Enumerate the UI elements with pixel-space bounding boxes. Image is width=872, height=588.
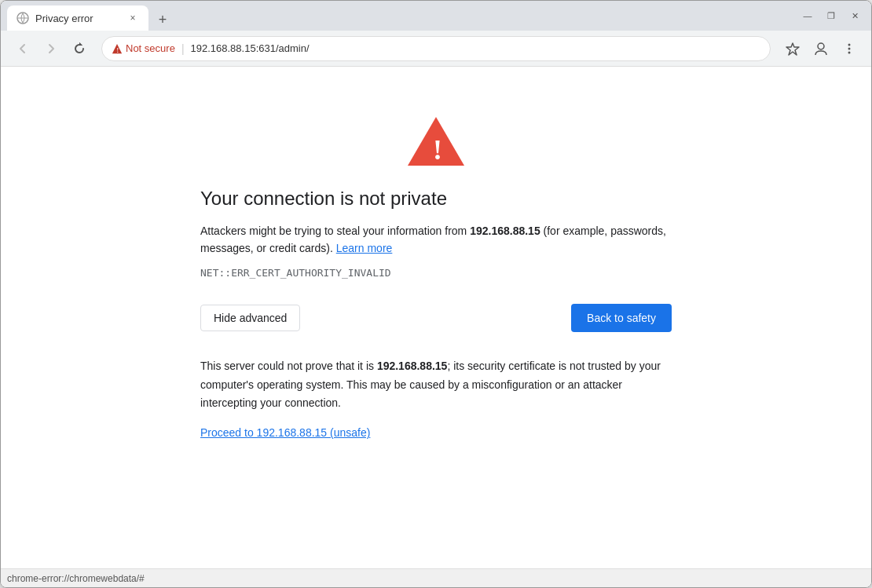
warning-icon-area: ! [200, 114, 672, 169]
forward-button[interactable] [38, 36, 64, 61]
svg-marker-1 [79, 42, 82, 46]
address-bar[interactable]: ! Not secure | 192.168.88.15:631/admin/ [101, 36, 771, 61]
svg-point-7 [848, 47, 851, 49]
error-code: NET::ERR_CERT_AUTHORITY_INVALID [200, 267, 672, 279]
advanced-description: This server could not prove that it is 1… [200, 357, 672, 413]
warning-triangle-svg: ! [405, 114, 467, 169]
svg-marker-4 [786, 43, 799, 55]
learn-more-link[interactable]: Learn more [336, 242, 393, 254]
minimize-button[interactable]: — [797, 5, 818, 26]
tab-title: Privacy error [35, 13, 120, 24]
svg-text:!: ! [117, 46, 119, 53]
action-buttons: Hide advanced Back to safety [200, 304, 672, 332]
toolbar-right-icons [780, 36, 862, 61]
close-window-button[interactable]: ✕ [845, 5, 865, 26]
description-prefix: Attackers might be trying to steal your … [200, 225, 470, 237]
title-bar: Privacy error × + — ❐ ✕ [1, 1, 871, 31]
svg-point-6 [848, 43, 851, 46]
tab-area: Privacy error × + [7, 1, 794, 31]
not-secure-label: Not secure [126, 42, 175, 54]
address-separator: | [181, 42, 185, 55]
svg-point-5 [818, 43, 824, 49]
menu-button[interactable] [837, 36, 862, 61]
warning-triangle-container: ! [405, 114, 467, 169]
back-to-safety-button[interactable]: Back to safety [571, 304, 672, 332]
url-display: 192.168.88.15:631/admin/ [191, 42, 760, 54]
proceed-link[interactable]: Proceed to 192.168.88.15 (unsafe) [200, 426, 370, 439]
advanced-text-host: 192.168.88.15 [377, 360, 448, 372]
svg-point-8 [848, 51, 851, 53]
svg-text:!: ! [433, 134, 442, 166]
reload-button[interactable] [67, 36, 92, 61]
error-title: Your connection is not private [200, 188, 672, 210]
error-container: ! Your connection is not private Attacke… [200, 114, 672, 440]
status-bar: chrome-error://chromewebdata/# [1, 568, 871, 587]
tab-close-button[interactable]: × [126, 12, 139, 24]
browser-toolbar: ! Not secure | 192.168.88.15:631/admin/ [1, 31, 871, 67]
window-controls: — ❐ ✕ [797, 5, 865, 26]
advanced-text-prefix: This server could not prove that it is [200, 360, 377, 372]
hide-advanced-button[interactable]: Hide advanced [200, 305, 300, 331]
description-host: 192.168.88.15 [470, 225, 540, 237]
browser-tab[interactable]: Privacy error × [7, 5, 148, 31]
bookmark-button[interactable] [780, 36, 805, 61]
browser-frame: Privacy error × + — ❐ ✕ ! [0, 0, 872, 588]
status-text: chrome-error://chromewebdata/# [7, 573, 145, 584]
error-description: Attackers might be trying to steal your … [200, 222, 672, 257]
not-secure-indicator: ! Not secure [112, 42, 175, 54]
maximize-button[interactable]: ❐ [821, 5, 841, 26]
back-button[interactable] [10, 36, 35, 61]
profile-button[interactable] [808, 36, 834, 61]
page-content: ! Your connection is not private Attacke… [1, 67, 871, 568]
tab-favicon [16, 12, 29, 24]
new-tab-button[interactable]: + [152, 9, 174, 31]
